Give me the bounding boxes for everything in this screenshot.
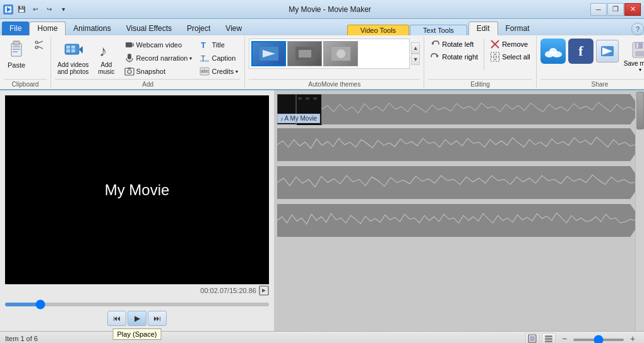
track-row-3 [275, 164, 644, 202]
add-music-button[interactable]: ♪ Addmusic [94, 39, 119, 76]
select-all-icon [490, 52, 500, 62]
fullscreen-icon[interactable] [259, 286, 269, 296]
close-button[interactable]: ✕ [624, 3, 641, 16]
share-icons: f [540, 39, 619, 64]
clipboard-label: Clipboard [4, 79, 47, 88]
tab-format[interactable]: Format [498, 21, 537, 35]
zoom-slider[interactable] [573, 335, 624, 342]
track-waveform-3 [277, 166, 641, 199]
first-track: ♪ A My Movie [275, 90, 644, 126]
svg-rect-15 [66, 49, 70, 52]
tab-edit[interactable]: Edit [468, 21, 498, 35]
add-videos-icon [63, 40, 83, 60]
preview-title: My Movie [105, 181, 170, 199]
svg-text:T: T [201, 40, 206, 50]
zoom-out-button[interactable]: − [558, 334, 571, 344]
skip-back-button[interactable]: ⏮ [107, 311, 126, 326]
editing-btns: Rotate left Rotate right [428, 39, 480, 63]
dropdown-quick-btn[interactable]: ▾ [57, 4, 69, 15]
editing-content: Rotate left Rotate right Remove Select a… [428, 39, 532, 78]
theme-thumb-2[interactable] [287, 41, 322, 66]
waveform-svg-4 [277, 204, 641, 237]
svg-rect-41 [496, 52, 499, 56]
first-waveform [321, 94, 641, 124]
facebook-button[interactable]: f [568, 39, 593, 64]
share-more-button[interactable] [596, 40, 619, 63]
rotate-left-button[interactable]: Rotate left [428, 39, 480, 50]
svg-rect-13 [66, 45, 70, 49]
status-item-count: Item 1 of 6 [5, 335, 38, 342]
onedrive-button[interactable] [540, 39, 566, 64]
fit-screen-button[interactable] [525, 333, 539, 344]
video-tools-tab[interactable]: Video Tools [347, 25, 409, 35]
theme-thumb-3[interactable] [323, 41, 358, 66]
share-more-icons [596, 40, 619, 63]
svg-rect-43 [496, 57, 499, 61]
paste-button[interactable]: Paste [4, 39, 29, 70]
save-movie-button[interactable]: Save movie ▾ [621, 39, 644, 74]
track-waveform-2 [277, 128, 641, 161]
restore-button[interactable]: ❐ [607, 3, 624, 16]
tab-animations[interactable]: Animations [66, 21, 118, 35]
snapshot-label: Snapshot [136, 68, 165, 75]
app-icon [3, 4, 13, 15]
skip-forward-button[interactable]: ⏭ [148, 311, 167, 326]
narration-button[interactable]: Record narration ▾ [122, 52, 195, 64]
narration-dropdown[interactable]: ▾ [189, 56, 192, 61]
theme-thumb-1[interactable] [251, 41, 286, 66]
text-tools-tab[interactable]: Text Tools [410, 25, 467, 35]
redo-quick-btn[interactable]: ↪ [43, 4, 56, 15]
credits-dropdown[interactable]: ▾ [236, 69, 238, 75]
svg-rect-58 [298, 97, 302, 100]
timeline-scrollbar[interactable] [635, 90, 644, 331]
tab-visual-effects[interactable]: Visual Effects [119, 21, 179, 35]
timeline-view-button[interactable] [542, 333, 556, 344]
remove-button[interactable]: Remove [488, 39, 532, 50]
credits-label: Credits [212, 68, 234, 75]
paste-icon [6, 40, 27, 60]
credits-button[interactable]: abc Credits ▾ [197, 65, 241, 78]
add-videos-button[interactable]: Add videosand photos [55, 39, 92, 76]
fb-icon: f [578, 43, 583, 59]
zoom-slider-input[interactable] [573, 339, 624, 341]
scrubber-input[interactable] [5, 303, 269, 306]
rotate-right-button[interactable]: Rotate right [428, 51, 480, 63]
scissors-button[interactable] [32, 39, 47, 51]
title-button[interactable]: T Title [197, 39, 241, 51]
status-bar: Item 1 of 6 − + [0, 331, 644, 343]
music-icon: ♪ [97, 40, 117, 60]
caption-button[interactable]: T Caption [197, 52, 241, 64]
select-all-button[interactable]: Select all [488, 51, 532, 63]
help-button[interactable]: ? [631, 23, 644, 35]
play-button[interactable]: ▶ [128, 311, 146, 326]
zoom-in-button[interactable]: + [626, 334, 639, 344]
rotate-right-icon [430, 52, 440, 62]
svg-point-23 [128, 70, 131, 74]
window-controls: ─ ❐ ✕ [590, 3, 641, 16]
webcam-button[interactable]: Webcam video [122, 39, 195, 51]
snapshot-button[interactable]: Snapshot [122, 65, 195, 78]
timeline-panel[interactable]: ♪ A My Movie [275, 90, 644, 331]
svg-rect-3 [13, 41, 20, 45]
undo-quick-btn[interactable]: ↩ [29, 4, 42, 15]
minimize-button[interactable]: ─ [590, 3, 607, 16]
svg-rect-4 [13, 46, 20, 47]
svg-rect-67 [277, 204, 641, 237]
rotate-right-label: Rotate right [442, 53, 478, 61]
editing-btns-2: Remove Select all [488, 39, 532, 63]
save-quick-btn[interactable]: 💾 [15, 4, 28, 15]
svg-rect-40 [491, 52, 494, 56]
theme-scroll-down[interactable]: ▼ [411, 54, 420, 65]
tab-file[interactable]: File [2, 21, 29, 35]
add-videos-label: Add videosand photos [57, 61, 89, 75]
theme-scroll-up[interactable]: ▲ [411, 42, 420, 54]
svg-line-9 [38, 41, 43, 44]
tab-view[interactable]: View [218, 21, 249, 35]
scrollbar-thumb[interactable] [636, 92, 644, 129]
paste-label: Paste [8, 61, 25, 69]
preview-scrubber[interactable] [5, 299, 269, 308]
svg-rect-66 [277, 166, 641, 199]
ribbon-group-editing: Rotate left Rotate right Remove Select a… [424, 37, 537, 88]
tab-home[interactable]: Home [29, 21, 66, 35]
tab-project[interactable]: Project [179, 21, 218, 35]
